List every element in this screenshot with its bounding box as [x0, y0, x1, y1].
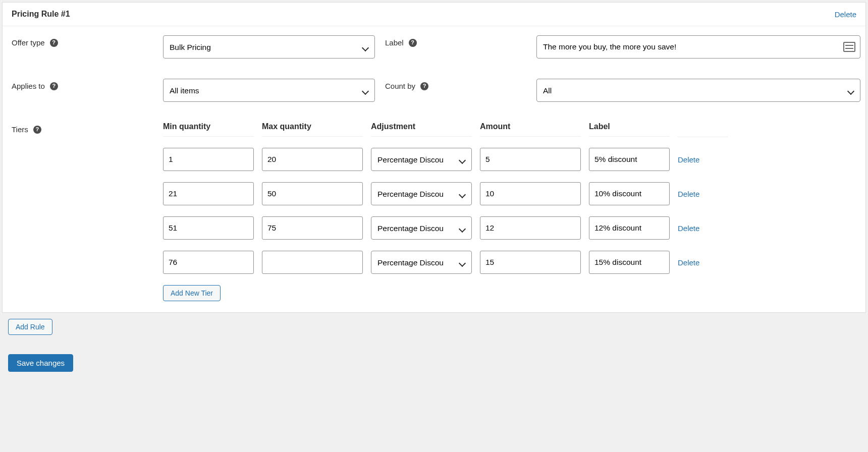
offer-type-select-wrap: Bulk Pricing: [163, 35, 375, 59]
delete-tier-link[interactable]: Delete: [678, 224, 728, 233]
save-changes-button[interactable]: Save changes: [8, 354, 73, 372]
tiers-label: Tiers ?: [12, 122, 153, 134]
label-field-label: Label ?: [385, 35, 526, 47]
tier-amount-input[interactable]: [480, 251, 581, 274]
panel-title: Pricing Rule #1: [12, 10, 70, 19]
add-rule-button[interactable]: Add Rule: [8, 319, 52, 335]
offer-type-label: Offer type ?: [12, 35, 153, 47]
help-icon[interactable]: ?: [420, 82, 428, 90]
tiers-col-max: Max quantity: [262, 122, 363, 137]
tier-adjustment-wrap: Percentage Discou: [371, 148, 472, 171]
tiers-col-actions: [678, 122, 728, 137]
pricing-rule-panel: Pricing Rule #1 Delete Offer type ? Bulk…: [2, 2, 866, 313]
delete-rule-link[interactable]: Delete: [835, 10, 860, 19]
tier-label-input[interactable]: [589, 216, 670, 240]
offer-type-label-text: Offer type: [12, 38, 45, 47]
tier-adjustment-select[interactable]: Percentage Discou: [371, 148, 472, 171]
tier-min-input[interactable]: [163, 216, 254, 240]
add-new-tier-button[interactable]: Add New Tier: [163, 285, 221, 301]
tier-label-input[interactable]: [589, 148, 670, 171]
tier-min-input[interactable]: [163, 251, 254, 274]
tier-adjustment-select[interactable]: Percentage Discou: [371, 216, 472, 240]
applies-to-label: Applies to ?: [12, 79, 153, 90]
count-by-select-wrap: All: [536, 79, 860, 102]
applies-to-label-text: Applies to: [12, 82, 45, 90]
panel-body: Offer type ? Bulk Pricing Label ?: [3, 26, 865, 312]
tiers-col-label: Label: [589, 122, 670, 137]
tier-max-input[interactable]: [262, 182, 363, 205]
tier-label-input[interactable]: [589, 182, 670, 205]
offer-type-select[interactable]: Bulk Pricing: [163, 35, 375, 59]
tier-min-input[interactable]: [163, 182, 254, 205]
form-icon[interactable]: [843, 42, 855, 52]
tiers-col-adjustment: Adjustment: [371, 122, 472, 137]
tier-amount-input[interactable]: [480, 216, 581, 240]
delete-tier-link[interactable]: Delete: [678, 258, 728, 267]
tier-amount-input[interactable]: [480, 182, 581, 205]
tier-max-input[interactable]: [262, 216, 363, 240]
count-by-label-text: Count by: [385, 82, 415, 90]
tier-adjustment-wrap: Percentage Discou: [371, 182, 472, 205]
help-icon[interactable]: ?: [50, 39, 58, 47]
tier-min-input[interactable]: [163, 148, 254, 171]
tier-max-input[interactable]: [262, 148, 363, 171]
label-field-label-text: Label: [385, 38, 404, 47]
help-icon[interactable]: ?: [50, 82, 58, 90]
label-input-wrap: [536, 35, 860, 59]
tier-adjustment-select[interactable]: Percentage Discou: [371, 182, 472, 205]
label-input[interactable]: [536, 35, 860, 59]
applies-to-select-wrap: All items: [163, 79, 375, 102]
tier-amount-input[interactable]: [480, 148, 581, 171]
tiers-col-min: Min quantity: [163, 122, 254, 137]
tier-label-input[interactable]: [589, 251, 670, 274]
tiers-table: Min quantity Max quantity Adjustment Amo…: [163, 122, 860, 274]
panel-header: Pricing Rule #1 Delete: [3, 3, 865, 26]
delete-tier-link[interactable]: Delete: [678, 190, 728, 198]
tiers-label-text: Tiers: [12, 125, 28, 134]
tier-adjustment-select[interactable]: Percentage Discou: [371, 251, 472, 274]
tier-adjustment-wrap: Percentage Discou: [371, 251, 472, 274]
help-icon[interactable]: ?: [409, 39, 417, 47]
tiers-col-amount: Amount: [480, 122, 581, 137]
count-by-label: Count by ?: [385, 79, 526, 90]
tier-max-input[interactable]: [262, 251, 363, 274]
count-by-select[interactable]: All: [536, 79, 860, 102]
delete-tier-link[interactable]: Delete: [678, 155, 728, 164]
help-icon[interactable]: ?: [33, 126, 41, 134]
applies-to-select[interactable]: All items: [163, 79, 375, 102]
tier-adjustment-wrap: Percentage Discou: [371, 216, 472, 240]
